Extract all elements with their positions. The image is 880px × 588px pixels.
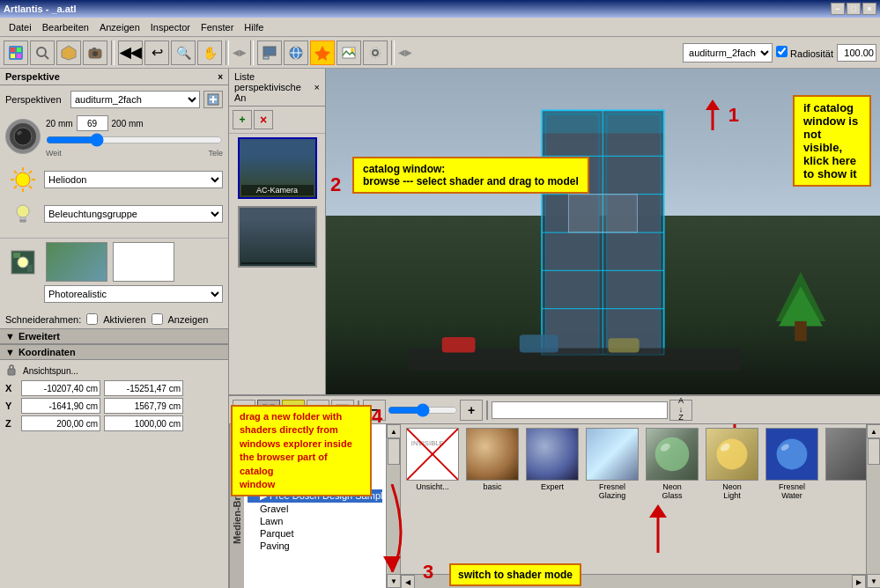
lock-icon[interactable] xyxy=(5,364,19,378)
shader-scroll-track-v[interactable] xyxy=(867,438,880,574)
shader-item-fresnel-glazing[interactable]: FresnelGlazing xyxy=(584,428,640,500)
toolbar-right-group: auditurm_2fach Radiosität xyxy=(683,43,876,62)
shader-thumb-neon-light xyxy=(706,428,758,481)
shader-item-neon-glass[interactable]: NeonGlass xyxy=(644,428,700,500)
toolbar-view-btn[interactable] xyxy=(257,40,282,65)
svg-rect-48 xyxy=(545,114,599,354)
tree-right xyxy=(765,267,836,346)
toolbar-render-btn[interactable] xyxy=(310,40,335,65)
coord-y-input1[interactable] xyxy=(21,398,100,414)
svg-line-35 xyxy=(14,186,17,188)
svg-point-5 xyxy=(37,48,46,56)
shader-item-basic[interactable]: basic xyxy=(464,428,521,491)
coord-x-input1[interactable] xyxy=(21,380,100,396)
lens-labels: Weit Tele xyxy=(46,149,223,158)
menu-fenster[interactable]: Fenster xyxy=(196,20,239,34)
anzeigen-checkbox[interactable] xyxy=(152,313,163,325)
menu-bearbeiten[interactable]: Bearbeiten xyxy=(37,20,94,34)
tree-item-parquet[interactable]: Parquet xyxy=(248,527,382,540)
tree-scroll-down[interactable]: ▼ xyxy=(387,574,401,588)
coord-x-input2[interactable] xyxy=(104,380,183,396)
svg-rect-12 xyxy=(263,56,269,59)
minimize-button[interactable]: − xyxy=(831,3,845,15)
lens-value-input[interactable] xyxy=(77,115,108,131)
shader-scroll-up[interactable]: ▲ xyxy=(867,424,880,438)
persp-add-btn[interactable]: + xyxy=(233,110,252,129)
shader-scroll-left[interactable]: ◀ xyxy=(401,575,415,588)
beleuchtung-select[interactable]: Beleuchtungsgruppe xyxy=(44,205,223,223)
maximize-button[interactable]: □ xyxy=(847,3,861,15)
menu-anzeigen[interactable]: Anzeigen xyxy=(94,20,145,34)
persp-item-2[interactable] xyxy=(238,206,317,268)
toolbar-prev-btn[interactable]: ◀◀ xyxy=(118,40,143,65)
toolbar-image-btn[interactable] xyxy=(336,40,361,65)
coord-y-input2[interactable] xyxy=(104,398,183,414)
menu-inspector[interactable]: Inspector xyxy=(145,20,196,34)
toolbar-sep3 xyxy=(250,40,254,65)
toolbar-color-btn[interactable] xyxy=(4,40,28,65)
heliodon-icon xyxy=(5,164,41,195)
koordinaten-header[interactable]: ▼ Koordinaten xyxy=(0,344,228,360)
perspectives-icon-btn[interactable] xyxy=(203,91,223,108)
svg-rect-11 xyxy=(263,47,276,55)
tree-scroll-up[interactable]: ▲ xyxy=(387,424,401,438)
menu-hilfe[interactable]: Hilfe xyxy=(239,20,269,34)
tree-item-lawn[interactable]: Lawn xyxy=(248,515,382,527)
toolbar-hand-btn[interactable]: ✋ xyxy=(197,40,222,65)
perspectives-select[interactable]: auditurm_2fach xyxy=(70,91,200,108)
radiositat-checkbox[interactable] xyxy=(776,46,788,57)
svg-point-20 xyxy=(370,48,381,58)
svg-text:INVISIBLE: INVISIBLE xyxy=(411,439,444,447)
toolbar-sep4 xyxy=(391,40,395,65)
svg-marker-65 xyxy=(649,504,667,518)
app-title: Artlantis - xyxy=(4,4,48,14)
svg-rect-60 xyxy=(520,334,558,352)
shader-scroll-right[interactable]: ▶ xyxy=(852,575,866,588)
toolbar-overflow-right[interactable]: ◀▶ xyxy=(398,48,412,57)
shader-item-extra1[interactable] xyxy=(824,428,866,482)
radiositat-value[interactable] xyxy=(837,44,876,62)
shader-scroll-thumb[interactable] xyxy=(868,438,880,465)
toolbar-camera-btn[interactable] xyxy=(83,40,107,65)
toolbar-sep2 xyxy=(226,40,229,65)
svg-point-83 xyxy=(655,437,690,472)
lens-slider[interactable] xyxy=(46,133,223,147)
left-panel: Perspektive × Perspektiven auditurm_2fac… xyxy=(0,69,229,588)
svg-rect-57 xyxy=(568,194,637,232)
shader-item-fresnel-water[interactable]: FresnelWater xyxy=(764,428,820,500)
close-button[interactable]: × xyxy=(862,3,876,15)
menu-datei[interactable]: Datei xyxy=(4,20,37,34)
render-mode-select[interactable]: Photorealistic xyxy=(44,285,223,303)
toolbar-overflow-left[interactable]: ◀▶ xyxy=(233,48,247,57)
toolbar-settings-btn[interactable] xyxy=(363,40,388,65)
cat-size-slider[interactable] xyxy=(388,401,458,419)
shader-scroll-down[interactable]: ▼ xyxy=(867,574,880,588)
shader-item-expert[interactable]: Expert xyxy=(524,428,581,491)
tree-scroll-thumb[interactable] xyxy=(388,438,400,465)
toolbar-3d-btn[interactable] xyxy=(56,40,81,65)
toolbar-zoom-btn[interactable]: 🔍 xyxy=(171,40,196,65)
shader-item-neon-light[interactable]: NeonLight xyxy=(704,428,760,500)
persp-list-close[interactable]: × xyxy=(314,82,320,92)
cat-btn-plus[interactable]: + xyxy=(460,400,483,421)
coord-z-input1[interactable] xyxy=(21,415,100,431)
persp-del-btn[interactable]: × xyxy=(254,110,273,129)
viewport-container[interactable]: 1 if catalog window is not visible,klick… xyxy=(326,69,880,394)
heliodon-select[interactable]: Heliodon xyxy=(44,171,223,188)
persp-item-ac-kamera[interactable]: AC-Kamera xyxy=(238,137,317,199)
tree-item-gravel[interactable]: Gravel xyxy=(248,503,382,515)
ansichtspunkt-label: Ansichtspun... xyxy=(23,366,78,376)
aktivieren-checkbox[interactable] xyxy=(86,313,98,325)
erweitert-header[interactable]: ▼ Erweitert xyxy=(0,328,228,344)
cat-sort-btn[interactable]: A↓Z xyxy=(669,400,692,421)
shader-item-invisible[interactable]: INVISIBLE Unsicht... xyxy=(404,428,461,491)
tree-item-paving[interactable]: Paving xyxy=(248,540,382,552)
perspective-dropdown[interactable]: auditurm_2fach xyxy=(683,43,773,62)
toolbar-globe-btn[interactable] xyxy=(284,40,308,65)
catalog-search-input[interactable] xyxy=(492,401,668,419)
perspectives-row: Perspektiven auditurm_2fach xyxy=(5,91,223,108)
coord-z-input2[interactable] xyxy=(104,415,183,431)
toolbar-back-btn[interactable]: ↩ xyxy=(144,40,169,65)
left-panel-close[interactable]: × xyxy=(218,72,223,82)
toolbar-search-btn[interactable] xyxy=(30,40,55,65)
